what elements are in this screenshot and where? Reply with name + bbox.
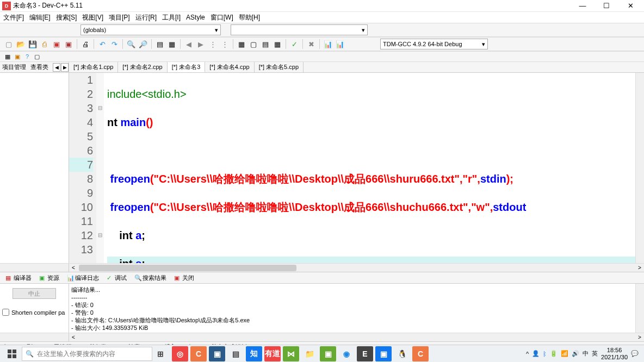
code-editor[interactable]: 1 2 3 4 5 6 7 8 9 10 11 12 13 ⊟⊟ include… <box>69 73 644 263</box>
globals-dropdown[interactable]: (globals)▾ <box>81 24 221 35</box>
taskbar-app-icon[interactable]: ▤ <box>227 346 244 361</box>
file-tab[interactable]: [*] 未命名5.cpp <box>255 62 304 72</box>
menu-view[interactable]: 视图[V] <box>80 13 106 23</box>
taskbar-app-icon[interactable]: ▣ <box>375 346 392 361</box>
scroll-right-arrow[interactable]: > <box>635 334 644 340</box>
tray-wifi-icon[interactable]: 📶 <box>561 350 568 357</box>
compile-hscrollbar[interactable]: < > <box>69 333 644 341</box>
new-project-icon[interactable]: ▦ <box>3 52 12 61</box>
file-tab[interactable]: [*] 未命名1.cpp <box>69 62 118 72</box>
taskbar-app-icon[interactable]: E <box>357 346 373 361</box>
indent-right-icon[interactable]: ▶ <box>195 39 206 49</box>
menu-search[interactable]: 搜索[S] <box>54 13 79 23</box>
tray-people-icon[interactable]: 👤 <box>532 350 540 357</box>
file-tab-active[interactable]: [*] 未命名3 <box>168 62 206 72</box>
menu-tools[interactable]: 工具[I] <box>160 13 183 23</box>
profile-delete-icon[interactable]: 📊 <box>335 39 345 49</box>
tray-volume-icon[interactable]: 🔊 <box>572 350 579 357</box>
tab-close[interactable]: ▣关闭 <box>171 273 197 283</box>
open-project-icon[interactable]: ▣ <box>13 52 22 61</box>
save-all-icon[interactable]: ⎙ <box>39 39 50 49</box>
tab-resources[interactable]: ▣资源 <box>36 273 63 283</box>
taskbar-app-devcpp[interactable]: ▣ <box>209 346 225 361</box>
menu-astyle[interactable]: AStyle <box>184 13 207 22</box>
tray-chevron-icon[interactable]: ^ <box>526 351 529 357</box>
comment-icon[interactable]: ⋮ <box>207 39 218 49</box>
print-icon[interactable]: 🖨 <box>80 39 91 49</box>
fold-gutter[interactable]: ⊟⊟ <box>96 73 104 263</box>
scroll-thumb[interactable] <box>79 265 296 271</box>
start-button[interactable] <box>2 346 22 361</box>
editor-vscrollbar[interactable] <box>635 73 644 263</box>
tray-bluetooth-icon[interactable]: ᛒ <box>543 351 547 357</box>
tray-battery-icon[interactable]: 🔋 <box>550 350 558 357</box>
scroll-right-arrow[interactable]: > <box>635 265 644 271</box>
run-icon[interactable]: ▢ <box>248 39 259 49</box>
close-button[interactable]: ✕ <box>623 1 637 11</box>
stop-compile-button[interactable]: 中止 <box>13 288 56 299</box>
toggle-bookmark-icon[interactable]: ▦ <box>166 39 177 49</box>
menu-window[interactable]: 窗口[W] <box>208 13 236 23</box>
sidebar-nav-left[interactable]: ◀ <box>53 63 60 72</box>
shorten-paths-checkbox[interactable]: Shorten compiler pa <box>2 309 66 316</box>
menu-project[interactable]: 项目[P] <box>107 13 132 23</box>
sidebar-nav-right[interactable]: ▶ <box>61 63 69 72</box>
compile-vscrollbar[interactable] <box>635 284 644 333</box>
compiler-dropdown[interactable]: TDM-GCC 4.9.2 64-bit Debug▾ <box>380 39 488 49</box>
scroll-left-arrow[interactable]: < <box>69 334 78 340</box>
open-icon[interactable]: 📂 <box>15 39 26 49</box>
goto-bookmark-icon[interactable]: ▤ <box>154 39 165 49</box>
tab-debug[interactable]: ✓调试 <box>103 273 130 283</box>
tab-compile-log[interactable]: 📊编译日志 <box>64 273 102 283</box>
search-input[interactable] <box>37 350 148 358</box>
maximize-button[interactable]: ☐ <box>599 1 614 11</box>
indent-left-icon[interactable]: ◀ <box>183 39 194 49</box>
stop-icon[interactable]: ✖ <box>306 39 317 49</box>
tab-search-results[interactable]: 🔍搜索结果 <box>131 273 170 283</box>
rebuild-icon[interactable]: ▦ <box>272 39 283 49</box>
tray-notifications-icon[interactable]: 💬 <box>631 350 639 357</box>
taskbar-app-icon[interactable]: C <box>412 346 429 361</box>
profile-icon[interactable]: 📊 <box>323 39 333 49</box>
find-icon[interactable]: 🔍 <box>126 39 137 49</box>
menu-edit[interactable]: 编辑[E] <box>27 13 53 23</box>
taskbar-app-icon[interactable]: 有道 <box>264 346 281 361</box>
close-file-icon[interactable]: ▣ <box>51 39 62 49</box>
file-tab[interactable]: [*] 未命名2.cpp <box>118 62 167 72</box>
file-tab[interactable]: [*] 未命名4.cpp <box>205 62 254 72</box>
menu-file[interactable]: 文件[F] <box>1 13 26 23</box>
taskbar-app-icon[interactable]: ◎ <box>172 346 188 361</box>
redo-icon[interactable]: ↷ <box>109 39 120 49</box>
close-all-icon[interactable]: ▣ <box>63 39 74 49</box>
new-icon[interactable]: ▢ <box>3 39 14 49</box>
task-view-icon[interactable]: ⊞ <box>152 346 169 361</box>
scroll-left-arrow[interactable]: < <box>69 265 78 271</box>
tab-compiler[interactable]: ▦编译器 <box>2 273 35 283</box>
members-dropdown[interactable]: ▾ <box>231 24 368 35</box>
taskbar-app-icon[interactable]: C <box>190 346 207 361</box>
about-icon[interactable]: ▢ <box>33 52 41 61</box>
tray-ime-1[interactable]: 中 <box>583 349 589 358</box>
uncomment-icon[interactable]: ⋮ <box>219 39 230 49</box>
shorten-paths-input[interactable] <box>2 309 9 316</box>
menu-run[interactable]: 运行[R] <box>133 13 159 23</box>
save-icon[interactable]: 💾 <box>27 39 38 49</box>
compile-icon[interactable]: ▦ <box>236 39 247 49</box>
minimize-button[interactable]: — <box>575 1 590 11</box>
tab-project-manager[interactable]: 项目管理 <box>0 62 28 72</box>
compile-run-icon[interactable]: ▤ <box>260 39 271 49</box>
tab-class-view[interactable]: 查看类 <box>28 62 51 72</box>
taskbar-app-icon[interactable]: ▣ <box>320 346 336 361</box>
taskbar-search[interactable]: 🔍 <box>22 347 152 361</box>
taskbar-app-icon[interactable]: 知 <box>246 346 262 361</box>
taskbar-app-icon[interactable]: 📁 <box>301 346 318 361</box>
taskbar-app-icon[interactable]: 🐧 <box>394 346 410 361</box>
code-text[interactable]: include<stdio.h> nt main() freopen("C:\\… <box>104 73 635 263</box>
help-icon[interactable]: ? <box>23 52 32 61</box>
tray-ime-2[interactable]: 英 <box>592 349 598 358</box>
taskbar-edge-icon[interactable]: ◉ <box>338 346 355 361</box>
editor-hscrollbar[interactable]: < > <box>69 264 644 272</box>
tray-clock[interactable]: 18:56 2021/1/30 <box>601 347 628 361</box>
debug-icon[interactable]: ✓ <box>289 39 300 49</box>
taskbar-app-icon[interactable]: ⋈ <box>283 346 299 361</box>
